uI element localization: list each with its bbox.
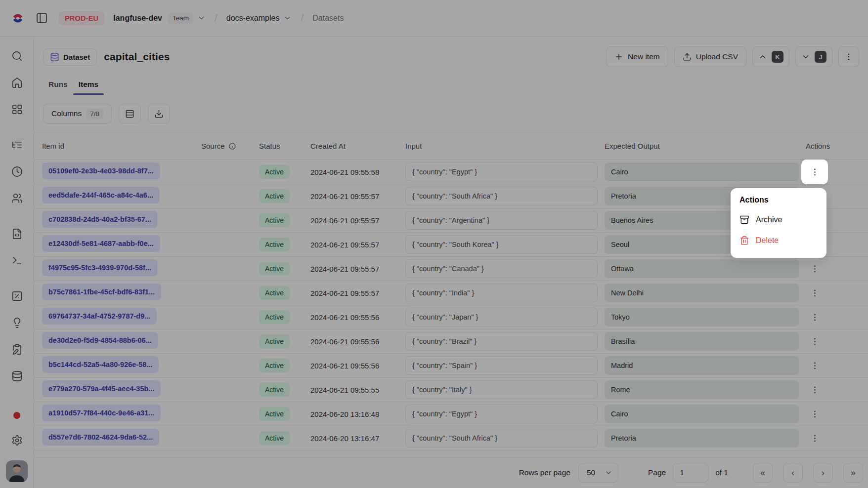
menu-item-archive[interactable]: Archive xyxy=(731,209,826,230)
dropdown-title: Actions xyxy=(731,195,826,209)
kebab-menu-icon xyxy=(810,167,820,177)
archive-icon xyxy=(739,215,749,225)
delete-label: Delete xyxy=(756,236,779,245)
menu-item-delete[interactable]: Delete xyxy=(731,230,826,251)
archive-label: Archive xyxy=(756,215,782,224)
row-actions-button[interactable] xyxy=(801,160,828,184)
trash-icon xyxy=(739,236,749,245)
row-actions-dropdown: Actions Archive Delete xyxy=(731,188,826,258)
